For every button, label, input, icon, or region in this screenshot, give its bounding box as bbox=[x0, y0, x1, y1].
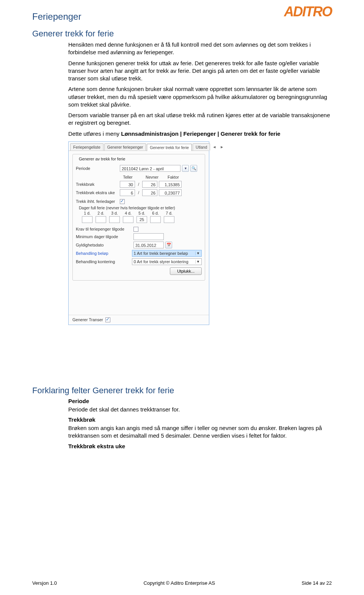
body-paragraph: Hensikten med denne funksjonen er å få f… bbox=[68, 41, 332, 57]
day-input[interactable] bbox=[164, 216, 174, 223]
day-head: 2 d. bbox=[96, 211, 106, 215]
day-input[interactable] bbox=[150, 216, 161, 223]
trekkbrok-eu-nevner-input[interactable]: 26 bbox=[142, 189, 157, 196]
tab-feriepengeliste[interactable]: Feriepengeliste bbox=[70, 143, 104, 151]
field-heading-periode: Periode bbox=[68, 398, 332, 404]
gyldighetsdato-input[interactable]: 31.05.2012 bbox=[133, 242, 164, 248]
brand-logo: ADITRO bbox=[284, 4, 332, 20]
trekkbrok-eu-label: Trekkbrøk ekstra uke bbox=[76, 190, 118, 195]
krav-checkbox[interactable] bbox=[133, 227, 138, 232]
day-head: 5 d. bbox=[136, 211, 147, 215]
col-teller: Teller bbox=[120, 175, 136, 179]
periode-label: Periode bbox=[76, 166, 118, 171]
minimum-dager-label: Minimum dager tilgode bbox=[76, 234, 132, 239]
col-nevner: Nevner bbox=[144, 175, 160, 179]
app-screenshot-panel: Feriepengeliste Generer feriepenger Gene… bbox=[68, 141, 209, 325]
tab-scroll-right-icon[interactable]: ► bbox=[218, 144, 225, 150]
tab-generer-feriepenger[interactable]: Generer feriepenger bbox=[104, 143, 146, 151]
periode-input[interactable]: 2011042 Lønn 2 - april bbox=[120, 165, 180, 172]
trekkbrok-faktor-output: 1,15385 bbox=[159, 181, 182, 188]
day-head: 6 d. bbox=[150, 211, 161, 215]
page-footer: Versjon 1.0 Copyright © Aditro Enterpris… bbox=[32, 580, 332, 586]
footer-copyright: Copyright © Aditro Enterprise AS bbox=[143, 580, 215, 586]
behandling-kontering-dropdown[interactable]: 0 Art for trekk styrer kontering ▼ bbox=[132, 258, 202, 265]
col-faktor: Faktor bbox=[162, 175, 185, 179]
field-heading-trekkbrok: Trekkbrøk bbox=[68, 416, 332, 423]
body-paragraph: Brøken som angis kan angis med så mange … bbox=[68, 424, 332, 440]
day-head: 3 d. bbox=[109, 211, 120, 215]
footer-version: Versjon 1.0 bbox=[32, 580, 57, 586]
divider-icon: / bbox=[136, 182, 141, 187]
chevron-down-icon: ▼ bbox=[195, 251, 201, 255]
behandling-belop-dropdown[interactable]: 1 Art for trekk beregner beløp ▼ bbox=[132, 250, 202, 257]
generer-transer-label: Generer Transer bbox=[72, 317, 103, 322]
section-heading: Generer trekk for ferie bbox=[32, 29, 332, 39]
menu-path: Lønnsadministrasjon | Feriepenger | Gene… bbox=[121, 130, 280, 137]
tab-utland[interactable]: Utland bbox=[193, 143, 210, 151]
tab-scroll-left-icon[interactable]: ◄ bbox=[211, 144, 218, 150]
field-heading-trekkbrok-eu: Trekkbrøk ekstra uke bbox=[68, 443, 332, 449]
body-paragraph: Periode det skal det dannes trekktranser… bbox=[68, 406, 332, 413]
body-paragraph: Artene som denne funksjonen bruker skal … bbox=[68, 85, 332, 108]
krav-label: Krav til feriepenger tilgode bbox=[76, 227, 132, 231]
footer-page-number: Side 14 av 22 bbox=[301, 580, 332, 586]
day-head: 1 d. bbox=[82, 211, 93, 215]
day-input[interactable] bbox=[82, 216, 93, 223]
trekk-ihht-checkbox[interactable] bbox=[120, 199, 125, 204]
divider-icon: / bbox=[136, 190, 141, 195]
trekkbrok-teller-input[interactable]: 30 bbox=[120, 181, 135, 188]
day-input[interactable] bbox=[123, 216, 133, 223]
trekkbrok-label: Trekkbrøk bbox=[76, 182, 118, 187]
fieldset-trekk: Generer av trekk for ferie Periode 20110… bbox=[72, 154, 205, 281]
days-header-row: 1 d. 2 d. 3 d. 4 d. 5 d. 6 d. 7 d. bbox=[82, 211, 202, 215]
day-head: 4 d. bbox=[123, 211, 133, 215]
day-input[interactable]: 25 bbox=[136, 216, 147, 223]
day-head: 7 d. bbox=[164, 211, 174, 215]
minimum-dager-input[interactable] bbox=[133, 233, 164, 240]
trekk-ihht-label: Trekk ihht. feriedager bbox=[76, 199, 118, 204]
dager-full-ferie-label: Dager full ferie (nevner hvis feriedager… bbox=[79, 206, 202, 210]
day-input[interactable] bbox=[96, 216, 106, 223]
tab-generer-trekk[interactable]: Generer trekk for ferie bbox=[147, 144, 192, 151]
utplukk-button[interactable]: Utplukk... bbox=[170, 267, 202, 275]
gyldighetsdato-label: Gyldighetsdato bbox=[76, 243, 132, 247]
generer-transer-checkbox[interactable] bbox=[105, 317, 110, 322]
chevron-down-icon: ▼ bbox=[195, 260, 201, 264]
day-input[interactable] bbox=[109, 216, 120, 223]
behandling-kontering-label: Behandling kontering bbox=[76, 259, 130, 264]
dropdown-value: 1 Art for trekk beregner beløp bbox=[134, 251, 188, 256]
periode-dropdown-icon[interactable]: ▾ bbox=[182, 165, 189, 172]
body-paragraph: Denne funksjonen generer trekk for uttak… bbox=[68, 60, 332, 83]
calendar-icon[interactable]: 📅 bbox=[165, 242, 172, 248]
section-heading: Forklaring felter Generer trekk for feri… bbox=[32, 386, 332, 396]
trekkbrok-eu-faktor-output: 0,23077 bbox=[159, 189, 182, 196]
dropdown-value: 0 Art for trekk styrer kontering bbox=[134, 259, 188, 264]
body-paragraph: Dette utføres i meny Lønnsadministrasjon… bbox=[68, 130, 332, 138]
menu-path-prefix: Dette utføres i meny bbox=[68, 130, 121, 137]
tab-strip: Feriepengeliste Generer feriepenger Gene… bbox=[69, 142, 209, 151]
trekkbrok-eu-teller-input[interactable]: 6 bbox=[120, 189, 135, 196]
behandling-belop-label: Behandling beløp bbox=[76, 251, 130, 256]
fieldset-legend: Generer av trekk for ferie bbox=[77, 157, 127, 161]
periode-search-icon[interactable]: 🔍 bbox=[190, 165, 197, 172]
body-paragraph: Dersom variable transer på en art skal u… bbox=[68, 111, 332, 127]
trekkbrok-nevner-input[interactable]: 26 bbox=[142, 181, 157, 188]
